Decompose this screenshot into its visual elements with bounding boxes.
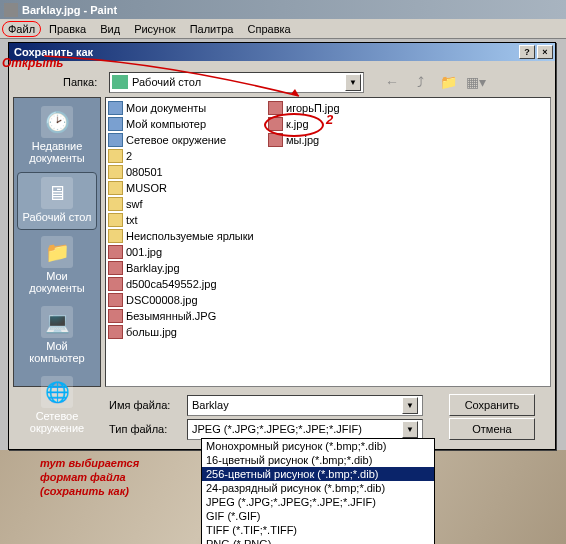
computer-icon: 💻: [41, 306, 73, 338]
app-title: Barklay.jpg - Paint: [22, 4, 117, 16]
list-item[interactable]: Безымянный.JPG: [108, 308, 264, 324]
folder-icon: [108, 213, 123, 227]
folder-icon: [108, 181, 123, 195]
list-item[interactable]: Неиспользуемые ярлыки: [108, 228, 264, 244]
filetype-option[interactable]: 24-разрядный рисунок (*.bmp;*.dib): [202, 481, 434, 495]
folder-icon: [108, 229, 123, 243]
list-item[interactable]: Barklay.jpg: [108, 260, 264, 276]
folder-icon: 📁: [41, 236, 73, 268]
image-file-icon: [108, 277, 123, 291]
save-button[interactable]: Сохранить: [449, 394, 535, 416]
list-item[interactable]: swf: [108, 196, 264, 212]
filetype-option[interactable]: Монохромный рисунок (*.bmp;*.dib): [202, 439, 434, 453]
image-file-icon: [108, 261, 123, 275]
filename-input[interactable]: Barklay ▼: [187, 395, 423, 416]
filetype-label: Тип файла:: [109, 423, 181, 435]
dialog-title: Сохранить как: [11, 46, 517, 58]
image-file-icon: [108, 309, 123, 323]
filetype-option[interactable]: GIF (*.GIF): [202, 509, 434, 523]
menu-edit[interactable]: Правка: [43, 21, 92, 37]
list-item[interactable]: 080501: [108, 164, 264, 180]
annotation-2: 2: [326, 112, 333, 127]
sidebar-item-mycomputer[interactable]: 💻Мой компьютер: [17, 302, 97, 370]
filetype-combo[interactable]: JPEG (*.JPG;*.JPEG;*.JPE;*.JFIF) ▼: [187, 419, 423, 440]
file-list[interactable]: Мои документыМой компьютерСетевое окруже…: [105, 97, 551, 387]
filetype-option[interactable]: 16-цветный рисунок (*.bmp;*.dib): [202, 453, 434, 467]
list-item[interactable]: Сетевое окружение: [108, 132, 264, 148]
chevron-down-icon[interactable]: ▼: [402, 397, 418, 414]
dialog-titlebar: Сохранить как ? ×: [9, 43, 555, 61]
folder-label: Папка:: [63, 76, 103, 88]
cancel-button[interactable]: Отмена: [449, 418, 535, 440]
app-titlebar: Barklay.jpg - Paint: [0, 0, 566, 19]
chevron-down-icon[interactable]: ▼: [345, 74, 361, 91]
filetype-option[interactable]: TIFF (*.TIF;*.TIFF): [202, 523, 434, 537]
list-item[interactable]: больш.jpg: [108, 324, 264, 340]
menu-view[interactable]: Вид: [94, 21, 126, 37]
list-item[interactable]: 001.jpg: [108, 244, 264, 260]
folder-icon: [108, 149, 123, 163]
list-item[interactable]: d500ca549552.jpg: [108, 276, 264, 292]
list-item[interactable]: 2: [108, 148, 264, 164]
menubar: Файл Правка Вид Рисунок Палитра Справка: [0, 19, 566, 39]
places-sidebar: 🕑Недавние документы 🖥Рабочий стол 📁Мои д…: [13, 97, 101, 387]
annotation-open: Открыть: [2, 56, 63, 70]
folder-value: Рабочий стол: [132, 76, 201, 88]
view-menu-icon[interactable]: ▦▾: [466, 72, 486, 92]
sidebar-item-desktop[interactable]: 🖥Рабочий стол: [17, 172, 97, 230]
filetype-option[interactable]: JPEG (*.JPG;*.JPEG;*.JPE;*.JFIF): [202, 495, 434, 509]
dialog-close-button[interactable]: ×: [537, 45, 553, 59]
filetype-option[interactable]: 256-цветный рисунок (*.bmp;*.dib): [202, 467, 434, 481]
up-icon[interactable]: ⤴: [410, 72, 430, 92]
folder-icon: [108, 101, 123, 115]
menu-image[interactable]: Рисунок: [128, 21, 182, 37]
image-file-icon: [268, 117, 283, 131]
app-icon: [4, 3, 18, 17]
folder-icon: [108, 117, 123, 131]
image-file-icon: [268, 101, 283, 115]
list-item[interactable]: DSC00008.jpg: [108, 292, 264, 308]
recent-icon: 🕑: [41, 106, 73, 138]
folder-combo[interactable]: Рабочий стол ▼: [109, 72, 364, 93]
image-file-icon: [108, 325, 123, 339]
desktop-icon: 🖥: [41, 177, 73, 209]
menu-palette[interactable]: Палитра: [184, 21, 240, 37]
filetype-option[interactable]: PNG (*.PNG): [202, 537, 434, 544]
menu-help[interactable]: Справка: [242, 21, 297, 37]
new-folder-icon[interactable]: 📁: [438, 72, 458, 92]
list-item[interactable]: к.jpg: [268, 116, 424, 132]
sidebar-item-recent[interactable]: 🕑Недавние документы: [17, 102, 97, 170]
dialog-help-button[interactable]: ?: [519, 45, 535, 59]
chevron-down-icon[interactable]: ▼: [402, 421, 418, 438]
annotation-bottom: тут выбирается формат файла (сохранить к…: [40, 456, 139, 498]
filetype-dropdown[interactable]: Монохромный рисунок (*.bmp;*.dib)16-цвет…: [201, 438, 435, 544]
network-icon: 🌐: [41, 376, 73, 408]
list-item[interactable]: Мои документы: [108, 100, 264, 116]
folder-icon: [108, 197, 123, 211]
list-item[interactable]: txt: [108, 212, 264, 228]
desktop-icon: [112, 75, 128, 89]
image-file-icon: [108, 293, 123, 307]
list-item[interactable]: Мой компьютер: [108, 116, 264, 132]
list-item[interactable]: MUSOR: [108, 180, 264, 196]
sidebar-item-mydocs[interactable]: 📁Мои документы: [17, 232, 97, 300]
menu-file[interactable]: Файл: [2, 21, 41, 37]
image-file-icon: [108, 245, 123, 259]
sidebar-item-network[interactable]: 🌐Сетевое окружение: [17, 372, 97, 440]
save-as-dialog: Сохранить как ? × Папка: Рабочий стол ▼ …: [8, 42, 556, 450]
folder-icon: [108, 165, 123, 179]
filename-label: Имя файла:: [109, 399, 181, 411]
folder-icon: [108, 133, 123, 147]
back-icon[interactable]: ←: [382, 72, 402, 92]
